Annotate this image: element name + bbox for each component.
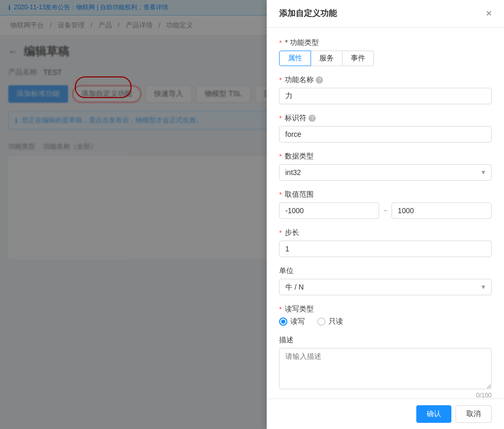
radio-read-only[interactable]: 只读 <box>317 317 343 326</box>
data-type-item: * 数据类型 int32 float double enum bool stri… <box>279 152 492 181</box>
range-min-input[interactable] <box>279 202 379 219</box>
step-input[interactable] <box>279 241 492 257</box>
unit-select-wrapper: 牛 / N 千克 / kg 米 / m ▼ <box>279 279 492 295</box>
unit-item: 单位 牛 / N 千克 / kg 米 / m ▼ <box>279 266 492 295</box>
unit-select[interactable]: 牛 / N 千克 / kg 米 / m <box>279 279 492 295</box>
range-max-input[interactable] <box>392 202 492 219</box>
unit-label: 单位 <box>279 266 492 276</box>
dialog-panel: 添加自定义功能 × * * 功能类型 属性 服务 事件 * 功 <box>267 0 504 429</box>
cancel-button[interactable]: 取消 <box>456 405 492 423</box>
step-label: * 步长 <box>279 228 492 237</box>
radio-read-write[interactable]: 读写 <box>279 317 305 326</box>
description-textarea[interactable] <box>279 348 492 389</box>
feature-name-help-icon[interactable]: ? <box>316 76 323 84</box>
step-item: * 步长 <box>279 228 492 257</box>
data-type-label: * 数据类型 <box>279 152 492 161</box>
identifier-input[interactable] <box>279 126 492 142</box>
data-type-select[interactable]: int32 float double enum bool string <box>279 164 492 181</box>
range-label: * 取值范围 <box>279 190 492 199</box>
dialog-header: 添加自定义功能 × <box>267 0 504 28</box>
feature-type-tabs: 属性 服务 事件 <box>279 51 492 66</box>
identifier-help-icon[interactable]: ? <box>308 115 316 122</box>
dialog-footer: 确认 取消 <box>267 399 504 429</box>
radio-read-write-label: 读写 <box>290 317 305 326</box>
range-row: ~ <box>279 202 492 219</box>
range-item: * 取值范围 ~ <box>279 190 492 219</box>
read-write-item: * 读写类型 读写 只读 <box>279 305 492 326</box>
read-write-radio-group: 读写 只读 <box>279 317 492 326</box>
feature-name-label: * 功能名称 ? <box>279 75 492 85</box>
feature-type-label: * * 功能类型 <box>279 38 492 47</box>
radio-read-write-circle <box>279 317 287 326</box>
tab-service[interactable]: 服务 <box>311 51 343 66</box>
description-label: 描述 <box>279 336 492 345</box>
tab-event[interactable]: 事件 <box>343 51 374 66</box>
feature-name-item: * 功能名称 ? <box>279 75 492 104</box>
page-container: ℹ 2020-11-13发布公告：物联网 | 自助功能权利；查看详情 物联网平台… <box>0 0 504 429</box>
confirm-button[interactable]: 确认 <box>416 405 451 423</box>
read-write-label: * 读写类型 <box>279 305 492 314</box>
close-icon[interactable]: × <box>486 8 492 19</box>
identifier-item: * 标识符 ? <box>279 114 492 142</box>
description-item: 描述 0/100 <box>279 336 492 399</box>
identifier-label: * 标识符 ? <box>279 114 492 123</box>
feature-name-input[interactable] <box>279 88 492 104</box>
feature-type-item: * * 功能类型 属性 服务 事件 <box>279 38 492 66</box>
radio-read-only-circle <box>317 317 326 326</box>
tab-attribute[interactable]: 属性 <box>279 51 311 66</box>
description-counter: 0/100 <box>279 392 492 399</box>
radio-read-only-label: 只读 <box>329 317 343 326</box>
dialog-title: 添加自定义功能 <box>279 8 337 19</box>
dialog-body: * * 功能类型 属性 服务 事件 * 功能名称 ? <box>267 28 504 399</box>
range-separator: ~ <box>383 206 387 215</box>
data-type-select-wrapper: int32 float double enum bool string ▼ <box>279 164 492 181</box>
